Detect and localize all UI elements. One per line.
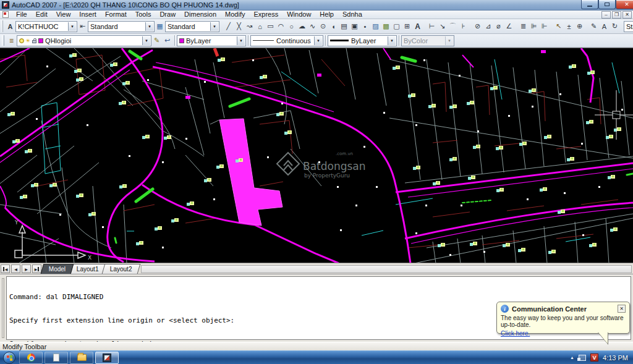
tolerance-icon[interactable]: ± — [564, 21, 574, 32]
tray-show-hidden-icon[interactable]: ▲ — [570, 355, 574, 360]
layer-combo[interactable]: ☀ QHlogioi ▼ — [17, 35, 151, 46]
taskbar-autocad-button[interactable] — [95, 352, 119, 364]
construction-line-icon[interactable]: ╳ — [234, 21, 244, 32]
menu-sdnha[interactable]: Sdnha — [338, 11, 367, 19]
tab-nav-next-button[interactable]: ▶ — [22, 265, 31, 273]
lineweight-combo[interactable]: ByLayer ▼ — [328, 35, 397, 46]
menu-modify[interactable]: Modify — [221, 11, 249, 19]
layer-previous-icon[interactable]: ↩ — [162, 35, 172, 46]
taskbar-document-button[interactable] — [45, 352, 68, 364]
text-style-combo[interactable]: K!CHTHUOC ▼ — [15, 21, 77, 32]
model-space-viewport[interactable]: Batdongsan by PropertyGuru .com.vn Y X — [0, 48, 633, 263]
taskbar-chrome-button[interactable] — [19, 352, 43, 364]
circle-icon[interactable]: ○ — [286, 21, 297, 32]
dim-quick-icon[interactable]: ≣ — [518, 21, 529, 32]
arc-icon[interactable]: ◠ — [276, 21, 286, 32]
balloon-close-icon[interactable]: ✕ — [618, 305, 626, 313]
center-mark-icon[interactable]: ⊕ — [574, 21, 585, 32]
tab-model[interactable]: Model — [41, 264, 74, 274]
dim-angular-icon[interactable]: ∠ — [504, 21, 514, 32]
tab-nav-prev-button[interactable]: ◀ — [11, 265, 20, 273]
dim-style-manager-icon[interactable]: ⇤ — [77, 21, 88, 32]
network-icon[interactable] — [579, 355, 586, 361]
make-block-icon[interactable]: ▣ — [349, 21, 360, 32]
dim-continue-icon[interactable]: ⊩ — [539, 21, 550, 32]
dim-update-icon[interactable]: ↻ — [610, 21, 620, 32]
command-window-grip[interactable] — [2, 278, 4, 338]
dim-radius-icon[interactable]: ⊘ — [472, 21, 483, 32]
ellipse-arc-icon[interactable]: ◖ — [328, 21, 339, 32]
mtext-icon[interactable]: A — [412, 21, 423, 32]
dim-linear-icon[interactable]: ⊢ — [427, 21, 437, 32]
menu-window[interactable]: Window — [283, 11, 315, 19]
menu-insert[interactable]: Insert — [75, 11, 101, 19]
polyline-icon[interactable]: ↝ — [244, 21, 255, 32]
layer-on-bulb-icon[interactable] — [19, 38, 24, 43]
maximize-button[interactable] — [598, 0, 616, 9]
antivirus-icon[interactable]: V — [590, 353, 598, 362]
close-button[interactable]: ✕ — [616, 0, 633, 9]
minimize-button[interactable] — [581, 0, 598, 9]
table-style-icon[interactable]: ▦ — [155, 21, 165, 32]
gradient-icon[interactable]: ▩ — [381, 21, 391, 32]
tab-layout1[interactable]: Layout1 — [69, 264, 107, 274]
dim-arc-length-icon[interactable]: ⌒ — [448, 21, 458, 32]
dim-style-right-combo[interactable]: Standard — [624, 21, 633, 32]
tab-layout2[interactable]: Layout2 — [102, 264, 140, 274]
chevron-down-icon[interactable]: ▼ — [210, 22, 218, 31]
menu-express[interactable]: Express — [249, 11, 283, 19]
dim-text-edit-icon[interactable]: A — [599, 21, 610, 32]
linetype-combo[interactable]: Continuous ▼ — [250, 35, 323, 46]
region-icon[interactable]: ▢ — [391, 21, 402, 32]
menu-help[interactable]: Help — [315, 11, 338, 19]
balloon-click-here-link[interactable]: Click here. — [501, 330, 530, 337]
rectangle-icon[interactable]: ▭ — [265, 21, 276, 32]
color-combo[interactable]: ByLayer ▼ — [177, 35, 246, 46]
revcloud-icon[interactable]: ☁ — [297, 21, 307, 32]
menu-edit[interactable]: Edit — [32, 11, 52, 19]
dim-ordinate-icon[interactable]: ⊦ — [458, 21, 469, 32]
chevron-down-icon[interactable]: ▼ — [68, 22, 76, 31]
chevron-down-icon[interactable]: ▼ — [145, 22, 153, 31]
dim-style-combo[interactable]: Standard ▼ — [88, 21, 155, 32]
table-style-combo[interactable]: Standard ▼ — [165, 21, 219, 32]
polygon-icon[interactable]: ⌂ — [255, 21, 265, 32]
horizontal-scrollbar[interactable] — [141, 265, 632, 273]
menu-file[interactable]: File — [12, 11, 32, 19]
quick-leader-icon[interactable]: ↖ — [553, 21, 564, 32]
dim-diameter-icon[interactable]: ⌀ — [493, 21, 504, 32]
toolbar-grip[interactable] — [2, 20, 3, 32]
make-object-layer-current-icon[interactable]: ✎ — [151, 35, 162, 46]
dim-baseline-icon[interactable]: ⊫ — [529, 21, 539, 32]
dim-edit-icon[interactable]: ✎ — [588, 21, 599, 32]
menu-tools[interactable]: Tools — [131, 11, 156, 19]
menu-draw[interactable]: Draw — [155, 11, 180, 19]
chevron-down-icon[interactable]: ▼ — [314, 36, 322, 45]
hatch-icon[interactable]: ▨ — [370, 21, 381, 32]
taskbar-explorer-button[interactable] — [70, 352, 93, 364]
layer-freeze-sun-icon[interactable]: ☀ — [25, 38, 30, 44]
tab-nav-first-button[interactable]: ◀ — [1, 265, 10, 273]
toolbar-grip[interactable] — [2, 35, 4, 46]
dim-aligned-icon[interactable]: ↘ — [437, 21, 448, 32]
line-icon[interactable]: ╱ — [223, 21, 234, 32]
taskbar-clock[interactable]: 4:13 PM — [603, 354, 628, 362]
mdi-minimize-button[interactable]: – — [601, 11, 611, 19]
ellipse-icon[interactable]: ⊙ — [318, 21, 328, 32]
chevron-down-icon[interactable]: ▼ — [237, 36, 245, 45]
layer-color-swatch[interactable] — [38, 38, 43, 43]
insert-block-icon[interactable]: ▤ — [339, 21, 349, 32]
point-icon[interactable]: • — [360, 21, 370, 32]
drawing-file-icon[interactable] — [2, 11, 9, 18]
mdi-restore-button[interactable]: ❒ — [612, 11, 621, 19]
chevron-down-icon[interactable]: ▼ — [388, 36, 396, 45]
layer-properties-icon[interactable]: ≡ — [6, 35, 17, 46]
tab-nav-last-button[interactable]: ▶ — [32, 265, 41, 273]
start-button[interactable] — [3, 352, 15, 364]
menu-format[interactable]: Format — [101, 11, 131, 19]
text-style-icon[interactable]: A — [5, 21, 15, 32]
spline-icon[interactable]: ∿ — [307, 21, 318, 32]
chevron-down-icon[interactable]: ▼ — [142, 36, 150, 45]
menu-view[interactable]: View — [52, 11, 75, 19]
mdi-close-button[interactable]: ✕ — [622, 11, 632, 19]
